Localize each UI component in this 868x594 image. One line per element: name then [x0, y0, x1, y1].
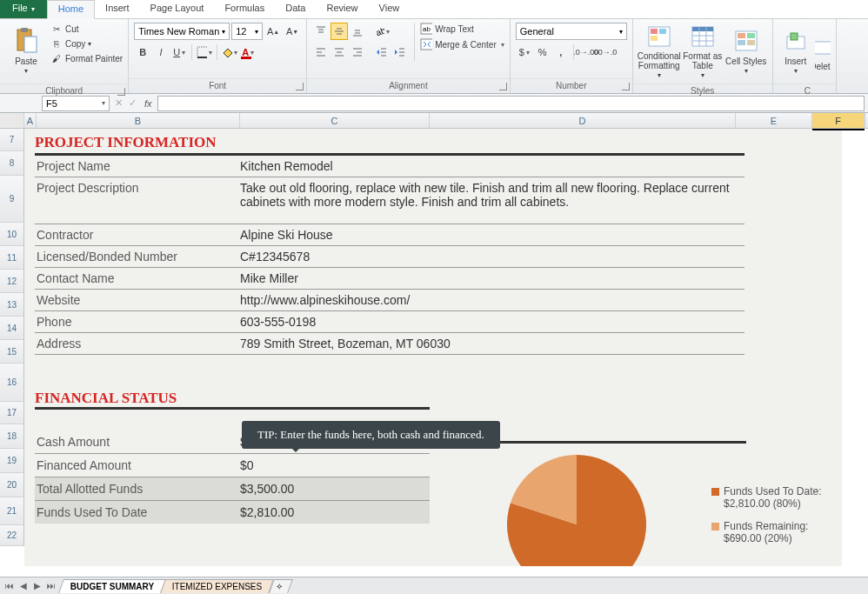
align-middle-button[interactable] [331, 23, 348, 40]
row-website: Websitehttp://www.alpineskihouse.com/ [35, 290, 744, 311]
wrap-text-icon: ab [420, 23, 432, 35]
row-header-15[interactable]: 15 [0, 340, 24, 364]
row-contractor: ContractorAlpine Ski House [35, 224, 744, 246]
sheet-tab-itemized-expenses[interactable]: ITEMIZED EXPENSES [160, 579, 274, 593]
group-alignment-label: Alignment [307, 78, 510, 93]
decrease-decimal-button[interactable]: .00→.0 [596, 43, 613, 61]
row-header-13[interactable]: 13 [0, 293, 24, 317]
copy-button[interactable]: ⎘Copy▾ [50, 37, 123, 50]
col-header-F[interactable]: F [812, 113, 865, 128]
row-header-19[interactable]: 19 [0, 449, 24, 473]
currency-button[interactable]: $ [516, 43, 533, 61]
increase-indent-button[interactable] [391, 43, 409, 61]
borders-button[interactable] [196, 43, 213, 61]
section-financial-status: FINANCIAL STATUS [35, 390, 842, 407]
underline-button[interactable]: U [170, 43, 188, 61]
select-all-corner[interactable] [0, 113, 24, 128]
cut-button[interactable]: ✂Cut [50, 23, 123, 35]
worksheet-tabs: ⏮ ◀ ▶ ⏭ BUDGET SUMMARY ITEMIZED EXPENSES… [0, 577, 868, 594]
bold-button[interactable]: B [134, 43, 151, 61]
font-size-select[interactable]: 12▾ [231, 23, 263, 40]
column-headers[interactable]: ABCDEF [0, 113, 868, 129]
decrease-font-button[interactable]: A▼ [284, 23, 301, 40]
row-financed-amount: Financed Amount$0 [35, 454, 430, 477]
worksheet-grid[interactable]: ABCDEF 78910111213141516171819202122 PRO… [0, 113, 868, 566]
font-name-select[interactable]: Times New Roman▾ [134, 23, 230, 40]
pie-chart [485, 451, 668, 566]
conditional-formatting-button[interactable]: Conditional Formatting▾ [638, 23, 680, 80]
fat-label: Format as Table [682, 51, 724, 70]
font-color-button[interactable]: A [239, 43, 257, 61]
tab-nav-first[interactable]: ⏮ [3, 581, 16, 591]
row-header-16[interactable]: 16 [0, 364, 24, 402]
tab-data[interactable]: Data [275, 0, 316, 18]
paste-button[interactable]: Paste ▾ [5, 23, 47, 80]
col-header-B[interactable]: B [37, 113, 240, 128]
orientation-button[interactable]: ab [373, 23, 391, 40]
percent-button[interactable]: % [534, 43, 551, 61]
row-header-22[interactable]: 22 [0, 525, 24, 546]
enter-icon: ✓ [125, 97, 139, 109]
svg-rect-49 [791, 33, 798, 40]
cancel-icon: ✕ [111, 97, 125, 109]
svg-rect-44 [738, 33, 745, 38]
cell-styles-button[interactable]: Cell Styles▾ [725, 23, 767, 80]
fx-icon[interactable]: fx [144, 98, 152, 109]
align-left-button[interactable] [312, 43, 330, 61]
tab-page-layout[interactable]: Page Layout [140, 0, 215, 18]
col-header-C[interactable]: C [240, 113, 430, 128]
insert-cells-button[interactable]: Insert▾ [778, 23, 813, 80]
align-top-button[interactable] [312, 23, 330, 40]
italic-button[interactable]: I [152, 43, 170, 61]
row-header-20[interactable]: 20 [0, 473, 24, 497]
tab-insert[interactable]: Insert [95, 0, 140, 18]
format-as-table-button[interactable]: Format as Table▾ [682, 23, 724, 80]
row-header-11[interactable]: 11 [0, 246, 24, 270]
col-header-A[interactable]: A [24, 113, 37, 128]
delete-cells-icon [815, 32, 831, 60]
sheet-tab-budget-summary[interactable]: BUDGET SUMMARY [58, 579, 166, 593]
svg-text:ab: ab [375, 25, 384, 37]
tab-nav-next[interactable]: ▶ [31, 581, 43, 591]
tab-nav-prev[interactable]: ◀ [17, 581, 30, 591]
row-header-14[interactable]: 14 [0, 317, 24, 340]
tab-file[interactable]: File [0, 0, 47, 18]
align-bottom-button[interactable] [349, 23, 366, 40]
fill-color-button[interactable] [221, 43, 238, 61]
svg-rect-45 [747, 33, 755, 38]
svg-rect-35 [659, 29, 666, 34]
tab-formulas[interactable]: Formulas [214, 0, 275, 18]
new-sheet-button[interactable]: ✧ [269, 579, 293, 593]
row-header-8[interactable]: 8 [0, 151, 24, 176]
tab-review[interactable]: Review [316, 0, 368, 18]
wrap-text-button[interactable]: abWrap Text [420, 23, 504, 35]
tab-view[interactable]: View [369, 0, 411, 18]
cells-area[interactable]: PROJECT INFORMATION Project NameKitchen … [24, 129, 842, 566]
row-address: Address789 Smith Street, Bozeman, MT 060… [35, 333, 744, 355]
tab-home[interactable]: Home [47, 0, 95, 19]
tab-nav-last[interactable]: ⏭ [45, 581, 57, 591]
increase-font-button[interactable]: A▲ [264, 23, 282, 40]
group-clipboard-label: Clipboard [0, 83, 128, 98]
row-header-21[interactable]: 21 [0, 497, 24, 525]
row-header-18[interactable]: 18 [0, 424, 24, 449]
group-number-label: Number [511, 78, 632, 93]
format-painter-button[interactable]: 🖌Format Painter [50, 52, 123, 64]
align-right-button[interactable] [349, 43, 366, 61]
number-format-select[interactable]: General▾ [516, 23, 627, 40]
row-header-17[interactable]: 17 [0, 402, 24, 424]
comma-button[interactable]: , [552, 43, 570, 61]
col-header-E[interactable]: E [736, 113, 812, 128]
row-headers[interactable]: 78910111213141516171819202122 [0, 129, 24, 546]
row-header-12[interactable]: 12 [0, 270, 24, 293]
decrease-indent-button[interactable] [373, 43, 391, 61]
align-center-button[interactable] [331, 43, 348, 61]
svg-rect-3 [197, 47, 207, 57]
col-header-D[interactable]: D [430, 113, 736, 128]
row-header-9[interactable]: 9 [0, 176, 24, 223]
row-header-7[interactable]: 7 [0, 129, 24, 151]
merge-center-button[interactable]: Merge & Center [420, 38, 504, 50]
paste-icon [12, 27, 40, 55]
row-header-10[interactable]: 10 [0, 223, 24, 246]
delete-cells-button[interactable]: Delete [815, 23, 831, 80]
